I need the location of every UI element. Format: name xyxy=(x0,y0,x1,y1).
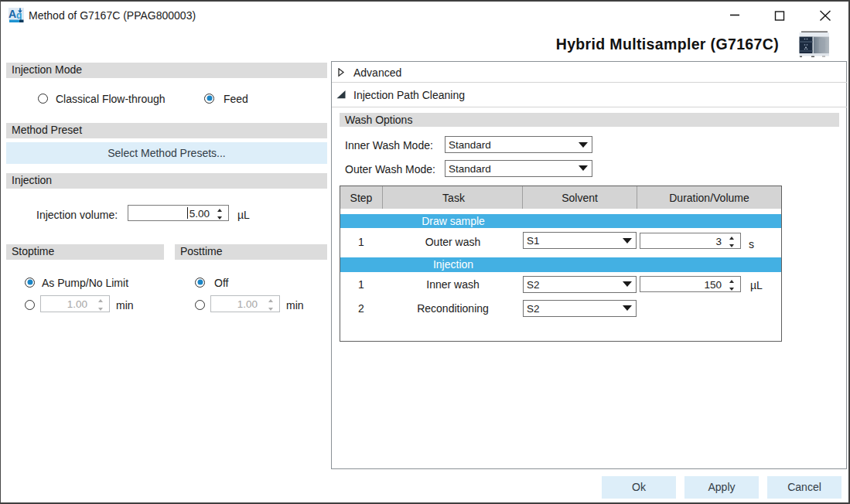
svg-text:A: A xyxy=(9,8,16,20)
